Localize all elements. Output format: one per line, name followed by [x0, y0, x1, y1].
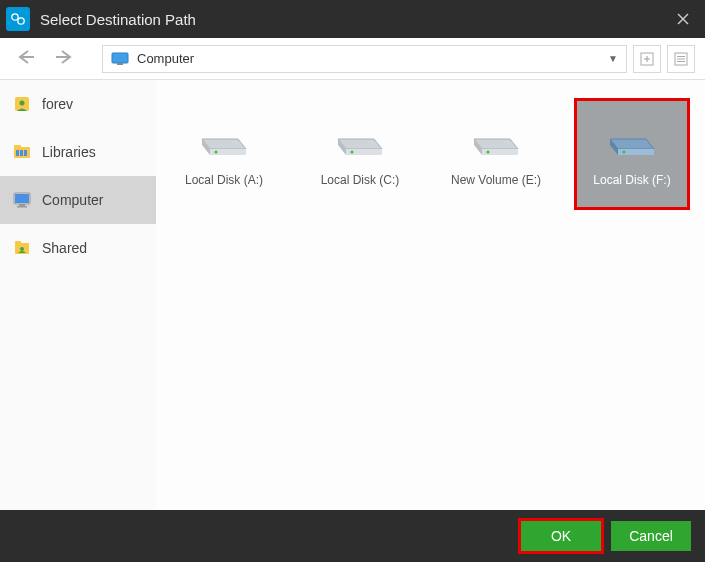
list-icon [674, 52, 688, 66]
user-icon [12, 94, 32, 114]
toolbar: Computer ▼ [0, 38, 705, 80]
svg-point-0 [12, 14, 18, 20]
drive-item-f[interactable]: Local Disk (F:) [574, 98, 690, 210]
computer-icon [12, 190, 32, 210]
drive-icon [600, 111, 664, 163]
svg-rect-25 [15, 241, 21, 244]
drive-icon [328, 111, 392, 163]
drive-item-c[interactable]: Local Disk (C:) [302, 98, 418, 210]
svg-rect-17 [16, 150, 19, 156]
drive-label: Local Disk (C:) [321, 173, 400, 187]
drive-label: Local Disk (F:) [593, 173, 670, 187]
sidebar-item-label: Libraries [42, 144, 96, 160]
new-folder-button[interactable] [633, 45, 661, 73]
drive-icon [192, 111, 256, 163]
svg-rect-18 [20, 150, 23, 156]
chevron-down-icon: ▼ [608, 53, 618, 64]
titlebar: Select Destination Path [0, 0, 705, 38]
dialog-footer: OK Cancel [0, 510, 705, 562]
svg-rect-4 [112, 53, 128, 63]
select-destination-dialog: Select Destination Path Computer ▼ [0, 0, 705, 562]
svg-rect-22 [19, 204, 25, 206]
sidebar: forev Libraries Computer Shared [0, 80, 156, 510]
svg-point-34 [351, 151, 354, 154]
svg-point-38 [487, 151, 490, 154]
svg-point-30 [215, 151, 218, 154]
drive-icon [464, 111, 528, 163]
svg-rect-5 [117, 63, 123, 65]
sidebar-item-forev[interactable]: forev [0, 80, 156, 128]
drive-content: Local Disk (A:) Local Disk (C:) New Volu… [156, 80, 705, 510]
svg-point-26 [20, 247, 24, 251]
dialog-title: Select Destination Path [40, 11, 661, 28]
drive-label: Local Disk (A:) [185, 173, 263, 187]
svg-rect-19 [24, 150, 27, 156]
svg-rect-23 [17, 206, 27, 208]
plus-icon [640, 52, 654, 66]
drive-label: New Volume (E:) [451, 173, 541, 187]
computer-icon [111, 52, 129, 66]
ok-button[interactable]: OK [521, 521, 601, 551]
nav-back-button[interactable] [10, 45, 42, 73]
arrow-right-icon [54, 49, 74, 65]
libraries-icon [12, 142, 32, 162]
sidebar-item-shared[interactable]: Shared [0, 224, 156, 272]
cancel-button[interactable]: Cancel [611, 521, 691, 551]
shared-icon [12, 238, 32, 258]
svg-point-42 [623, 151, 626, 154]
close-icon [677, 13, 689, 25]
sidebar-item-label: Shared [42, 240, 87, 256]
path-selector[interactable]: Computer ▼ [102, 45, 627, 73]
path-label: Computer [137, 51, 608, 66]
arrow-left-icon [16, 49, 36, 65]
svg-rect-16 [14, 145, 21, 148]
sidebar-item-label: forev [42, 96, 73, 112]
drive-item-e[interactable]: New Volume (E:) [438, 98, 554, 210]
dialog-body: forev Libraries Computer Shared [0, 80, 705, 510]
svg-point-14 [20, 101, 25, 106]
svg-point-1 [18, 18, 24, 24]
drive-item-a[interactable]: Local Disk (A:) [166, 98, 282, 210]
sidebar-item-label: Computer [42, 192, 103, 208]
close-button[interactable] [661, 0, 705, 38]
sidebar-item-computer[interactable]: Computer [0, 176, 156, 224]
view-list-button[interactable] [667, 45, 695, 73]
sidebar-item-libraries[interactable]: Libraries [0, 128, 156, 176]
app-icon [6, 7, 30, 31]
svg-rect-21 [15, 194, 29, 203]
nav-forward-button[interactable] [48, 45, 80, 73]
